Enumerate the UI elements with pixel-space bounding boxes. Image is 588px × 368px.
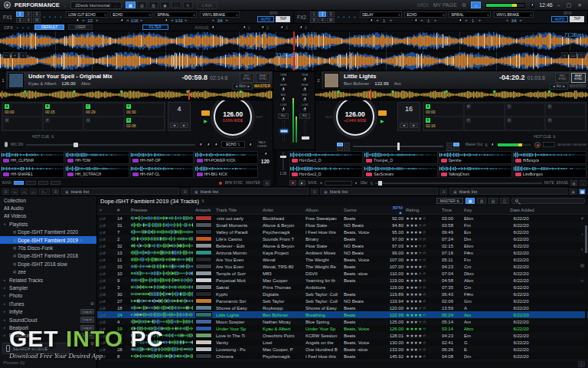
sampler-slot[interactable]: HH-POWER KICK — [194, 151, 258, 164]
beats-minus[interactable]: ◄ — [464, 18, 467, 22]
track-preview-waveform[interactable] — [131, 312, 193, 317]
deck1-scrolling-waveform[interactable]: 71.3Bars — [0, 31, 588, 51]
cfx-filter-button[interactable]: FILTER — [142, 25, 168, 30]
hotcue-pad[interactable]: G — [505, 117, 545, 130]
track-row[interactable]: ◎≣ 30 Kyphi Digitalis Seb Taylor: Coll B… — [97, 291, 588, 297]
palette-slot-icon[interactable]: ▭ — [21, 189, 28, 195]
tree-arrow-icon[interactable]: ▸ — [4, 278, 8, 282]
beats-plus[interactable]: ► — [140, 18, 143, 22]
track-row[interactable]: ◎≣ 28 Lovesong - Po Max Cooper, P One Hu… — [97, 346, 588, 353]
master-deck-select[interactable]: MASTER ⇅ — [436, 198, 463, 204]
sidebar-item[interactable]: Collection — [0, 196, 96, 204]
expand-icon[interactable]: » — [561, 52, 568, 58]
sampler-slot[interactable]: HH_SCTRACH — [65, 165, 129, 178]
track-preview-waveform[interactable] — [131, 264, 193, 269]
view-jog-icon[interactable]: ◉ — [160, 2, 170, 8]
crossfader-assign-left[interactable] — [337, 143, 350, 151]
key-sync-button[interactable]: KEY SYNC — [240, 73, 254, 83]
tree-arrow-icon[interactable]: ▸ — [4, 310, 8, 314]
track-row[interactable]: ◎≣ 23 Vanity Lisel Angels on the Beats, … — [97, 339, 588, 346]
search-input[interactable] — [511, 198, 585, 204]
track-row[interactable]: ◎≣ 24 Little Lights Ben Böhmer Breathing… — [97, 311, 588, 318]
sidebar-item[interactable]: ▸ Photo — [0, 292, 96, 300]
sampler-slot[interactable]: Trumpet_D — [364, 151, 437, 164]
track-row[interactable]: ◎≣ 31 Small Moments Above & Beyon Flow S… — [97, 222, 588, 228]
hotcue-pad[interactable]: G — [83, 117, 124, 130]
sidebar-item[interactable]: ▸ SoundCloud Log in — [0, 316, 96, 324]
deck2-track-overview[interactable] — [315, 90, 588, 100]
talk-over-button[interactable]: TALK OVER — [256, 141, 268, 148]
fx-name-select[interactable]: SPIRAL⇅ — [155, 12, 197, 18]
sidebar-item[interactable]: ▸ Beatsource Log in — [0, 332, 96, 340]
track-rating[interactable]: ★★★★☆ — [406, 334, 442, 338]
track-preview-waveform[interactable] — [131, 236, 193, 242]
eq-knob[interactable] — [302, 87, 308, 93]
track-preview-waveform[interactable] — [131, 229, 193, 235]
release-fx-select[interactable]: VINYL BRAKE⇅ — [200, 12, 240, 18]
gear-icon[interactable]: ⚙ — [90, 301, 94, 306]
tree-arrow-icon[interactable]: ▸ — [4, 286, 8, 290]
mic-eq-high-knob[interactable] — [214, 143, 218, 147]
list-view-icon[interactable]: ▦ — [466, 198, 475, 204]
beats-plus[interactable]: ► — [390, 18, 393, 22]
edit-mode-icon[interactable]: ✎ — [183, 2, 193, 8]
track-preview-waveform[interactable] — [131, 298, 193, 304]
fx-assign-button[interactable]: M — [327, 18, 335, 23]
beat-jump-forward-button[interactable]: ► — [180, 123, 188, 128]
release-fx-select[interactable]: VINYL BRAKE⇅ — [494, 12, 534, 18]
sampler-slot[interactable]: HH_CLPSNR — [1, 151, 64, 164]
sampler-pad[interactable] — [292, 159, 298, 163]
login-badge[interactable]: Log in — [80, 309, 94, 315]
hotcue-pad[interactable]: F — [43, 117, 83, 130]
sidebar-item[interactable]: ▤ zee — [0, 268, 96, 276]
track-row[interactable]: ◎≣ 9 Perpetual Moti Max Cooper Yearning … — [97, 277, 588, 284]
beat-jump-back-button[interactable]: ◄ — [170, 123, 178, 128]
sampler-slot[interactable]: HH-BIG KICK — [194, 165, 258, 178]
eq-knob[interactable] — [302, 77, 308, 83]
hotcue-pad[interactable]: E02:16 — [423, 117, 464, 130]
fx-assign-button[interactable]: S — [327, 12, 335, 17]
track-preview-waveform[interactable] — [131, 333, 193, 338]
my-page-button[interactable]: MY PAGE — [433, 2, 457, 8]
monitor-icon[interactable]: ♪ — [580, 180, 586, 186]
erase-button[interactable]: ERASE — [557, 181, 568, 185]
playlist-palette-tab[interactable]: ▣blank list — [191, 188, 309, 195]
track-rating[interactable]: ★★★★☆ — [406, 354, 442, 359]
track-rating[interactable]: ★★★★☆ — [406, 264, 442, 269]
sample-rec-button[interactable] — [289, 180, 296, 186]
record-button[interactable] — [534, 142, 541, 148]
play-button[interactable]: ▶ — [381, 118, 384, 123]
info-view-icon[interactable]: ◫ — [500, 198, 509, 204]
mic-on-label[interactable]: MIC ON — [11, 143, 23, 146]
channel2-fader[interactable] — [304, 120, 306, 140]
col-album[interactable]: Album — [305, 208, 344, 212]
sampler-pad[interactable] — [366, 159, 372, 163]
scrollbar-thumb[interactable] — [585, 225, 587, 253]
cfx-deck-knob[interactable] — [299, 25, 303, 30]
track-preview-waveform[interactable] — [131, 326, 193, 331]
headphones-cue-icon[interactable]: ∩ — [471, 2, 481, 8]
palette-toggle-icon[interactable]: ▦ — [579, 189, 586, 195]
scrollbar[interactable] — [585, 224, 587, 362]
tree-arrow-icon[interactable]: ▾ — [4, 222, 8, 226]
link-button[interactable]: LINK — [197, 2, 217, 9]
eq-knob[interactable] — [302, 107, 308, 113]
beats-minus[interactable]: ◄ — [375, 18, 378, 22]
track-rating[interactable]: ★★★☆☆ — [406, 258, 442, 262]
track-rating[interactable]: ★★★☆☆ — [406, 347, 442, 352]
fx-assign-button[interactable]: 4 — [24, 18, 32, 23]
next-sample-button[interactable]: ► — [354, 181, 358, 185]
cfx-range-knob[interactable] — [211, 25, 215, 30]
deck2-scrolling-waveform[interactable]: 33.3Bars −+‹ »▭◫ — [0, 51, 588, 71]
sidebar-item[interactable]: ▸ Beatport Log in — [0, 324, 96, 331]
fx-assign-button[interactable]: S — [33, 12, 41, 17]
track-preview-waveform[interactable] — [131, 271, 193, 276]
sampler-pad[interactable] — [67, 159, 74, 163]
eq-mode-button[interactable]: EQ — [299, 113, 310, 119]
sampler-pad[interactable] — [441, 172, 447, 176]
col-bpm-sorted[interactable]: BPM ▲ — [381, 205, 406, 215]
cfx-user-button[interactable]: USER — [68, 25, 92, 30]
palette-end-icon[interactable]: ▣ — [570, 189, 577, 195]
palette-grid-icon[interactable]: ⊞ — [2, 189, 9, 195]
beat-sync-button[interactable]: BEAT SYNC — [256, 73, 270, 83]
